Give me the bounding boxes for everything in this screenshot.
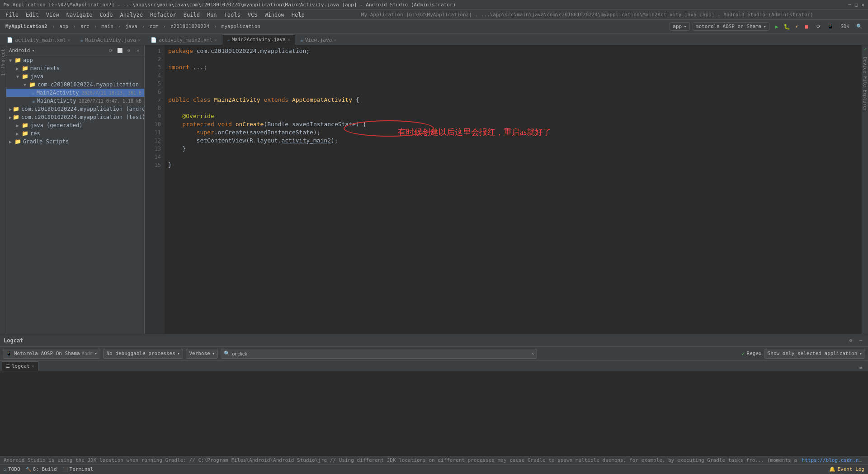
tree-item-androidtest[interactable]: ▶ 📁 com.c201801020224.myapplication (and…: [6, 105, 144, 113]
menu-view[interactable]: View: [42, 11, 63, 19]
tab-close-view[interactable]: ✕: [334, 38, 336, 43]
tab-close-mainactivity[interactable]: ✕: [138, 38, 141, 43]
menu-build[interactable]: Build: [180, 11, 203, 19]
tab-close-activity-main[interactable]: ✕: [68, 38, 71, 43]
code-content[interactable]: package com.c201801020224.myapplication;…: [165, 45, 862, 334]
expand-gradle-icon: ▶: [9, 139, 14, 144]
menu-window[interactable]: Window: [261, 11, 288, 19]
build-label: 6: Build: [33, 466, 57, 472]
gear-panel-btn[interactable]: ⚙: [125, 47, 132, 54]
logcat-content[interactable]: [0, 371, 868, 456]
tree-item-mainactivity[interactable]: ☕ MainActivity 2020/7/11 0:47, 1.18 kB: [6, 97, 144, 105]
logcat-settings-btn[interactable]: ⚙: [847, 337, 854, 344]
code-editor[interactable]: 1 2 3 4 5 6 7 8 9 10 11 12 13 14 15 pack…: [145, 45, 862, 334]
notifications-tool-btn[interactable]: ✓: [862, 45, 868, 53]
tab-activity-main-xml[interactable]: 📄 activity_main.xml ✕: [2, 35, 75, 45]
terminal-btn[interactable]: ⬛ Terminal: [62, 466, 94, 472]
menu-analyze[interactable]: Analyze: [116, 11, 146, 19]
java-main2activity-icon: ☕: [31, 90, 34, 96]
gradle-status-message: Android Studio is using the JDK location…: [4, 457, 864, 463]
list-icon: ☰: [6, 364, 10, 369]
menu-edit[interactable]: Edit: [22, 11, 42, 19]
logcat-show-selected-dropdown[interactable]: Show only selected application ▾: [764, 349, 865, 359]
close-panel-btn[interactable]: ✕: [134, 47, 142, 54]
project-tool-btn[interactable]: 1: Project: [0, 45, 6, 80]
avd-button[interactable]: 📱: [825, 23, 836, 30]
tree-item-test[interactable]: ▶ 📁 com.c201801020224.myapplication (tes…: [6, 113, 144, 121]
logcat-minimize-btn[interactable]: ─: [857, 337, 864, 344]
collapse-all-btn[interactable]: ⬜: [116, 47, 123, 54]
run-button[interactable]: ▶: [772, 22, 781, 31]
maximize-button[interactable]: □: [855, 2, 858, 8]
todo-btn[interactable]: ☑ TODO: [4, 466, 20, 472]
tab-close-activity-main2[interactable]: ✕: [214, 38, 217, 43]
menu-tools[interactable]: Tools: [221, 11, 244, 19]
tree-item-main2activity[interactable]: ☕ Main2Activity 2020/7/11 18:23, 361 B: [6, 89, 144, 97]
toolbar-sep-6: ›: [163, 24, 166, 29]
toolbar-app[interactable]: app: [57, 23, 71, 30]
menu-help[interactable]: Help: [288, 11, 308, 19]
debug-button[interactable]: 🐛: [782, 22, 791, 31]
tab-activity-main2-xml[interactable]: 📄 activity_main2.xml ✕: [146, 35, 222, 45]
logcat-search-input[interactable]: [232, 351, 531, 356]
project-name-label[interactable]: MyApplication2: [3, 23, 50, 30]
gradle-link[interactable]: https://blog.csdn.net/qq_46526828: [802, 457, 864, 463]
toolbar-sep-3: ›: [94, 24, 97, 29]
menu-run[interactable]: Run: [203, 11, 221, 19]
close-button[interactable]: ✕: [861, 2, 864, 8]
toolbar-pkg2[interactable]: myapplication: [219, 23, 263, 30]
expand-test-icon: ▶: [9, 115, 12, 120]
stop-button[interactable]: ■: [802, 22, 811, 31]
tree-item-java[interactable]: ▼ 📁 java: [6, 72, 144, 81]
minimize-button[interactable]: ─: [848, 2, 851, 8]
terminal-icon: ⬛: [62, 467, 68, 472]
logcat-wrap-btn[interactable]: ⇌: [857, 364, 864, 371]
tree-item-gradle[interactable]: ▶ 📁 Gradle Scripts: [6, 137, 144, 146]
search-everywhere-button[interactable]: 🔍: [854, 23, 865, 30]
window-controls[interactable]: ─ □ ✕: [848, 2, 864, 8]
logcat-level-dropdown[interactable]: Verbose ▾: [186, 349, 218, 359]
logcat-process-dropdown[interactable]: No debuggable processes ▾: [103, 349, 183, 359]
run-config-dropdown[interactable]: motorola AOSP on Shama ▾: [693, 22, 769, 31]
logcat-tab-logcat[interactable]: ☰ logcat ✕: [2, 361, 38, 371]
tree-item-java-generated[interactable]: ▶ 📁 java (generated): [6, 121, 144, 129]
logcat-device-dropdown[interactable]: 📱 Motorola AOSP On Shama Andr ▾: [3, 349, 100, 359]
tree-item-res[interactable]: ▶ 📁 res: [6, 129, 144, 137]
logcat-search-clear-icon[interactable]: ✕: [531, 351, 534, 356]
apply-changes-button[interactable]: ⚡: [792, 22, 801, 31]
todo-icon: ☑: [4, 467, 6, 472]
device-module-dropdown[interactable]: app ▾: [670, 22, 690, 31]
tab-mainactivity-java[interactable]: ☕ MainActivity.java ✕: [75, 35, 146, 45]
sync-button[interactable]: ⟳: [814, 23, 823, 30]
right-tool-strip: ✓ Device File Explorer: [862, 45, 868, 334]
menu-navigate[interactable]: Navigate: [63, 11, 96, 19]
toolbar-java[interactable]: java: [123, 23, 140, 30]
menu-file[interactable]: File: [2, 11, 22, 19]
tab-main2activity-java[interactable]: ☕ Main2Activity.java ✕: [222, 34, 295, 45]
toolbar-main[interactable]: main: [99, 23, 116, 30]
logcat-tab-actions: ⇌: [855, 364, 866, 371]
toolbar-com[interactable]: com: [147, 23, 161, 30]
folder-java-icon: 📁: [22, 73, 28, 80]
logcat-toolbar: 📱 Motorola AOSP On Shama Andr ▾ No debug…: [0, 347, 868, 360]
logcat-regex-checkbox[interactable]: ✓ Regex: [741, 351, 761, 357]
menu-refactor[interactable]: Refactor: [146, 11, 180, 19]
device-file-explorer-tool-btn[interactable]: Device File Explorer: [862, 53, 868, 115]
tab-close-main2activity[interactable]: ✕: [288, 37, 290, 42]
menu-vcs[interactable]: VCS: [244, 11, 261, 19]
folder-androidtest-icon: 📁: [13, 106, 19, 112]
event-log-btn[interactable]: 🔔 Event Log: [829, 466, 864, 472]
sdk-button[interactable]: SDK: [838, 23, 852, 30]
window-title: My Application [G:\02\MyApplication2] - …: [4, 2, 456, 8]
menu-code[interactable]: Code: [96, 11, 117, 19]
tab-view-java[interactable]: ☕ View.java ✕: [295, 35, 341, 45]
build-btn[interactable]: 🔨 6: Build: [26, 466, 57, 472]
tree-item-app[interactable]: ▼ 📁 app: [6, 56, 144, 64]
logcat-search-field[interactable]: 🔍 ✕: [221, 349, 537, 359]
tree-item-manifests[interactable]: ▶ 📁 manifests: [6, 64, 144, 72]
sync-panel-btn[interactable]: ⟳: [107, 47, 114, 54]
tree-item-pkg-main[interactable]: ▼ 📁 com.c201801020224.myapplication: [6, 81, 144, 89]
toolbar-pkg[interactable]: c201801020224: [168, 23, 212, 30]
logcat-tab-close-icon[interactable]: ✕: [32, 364, 34, 369]
toolbar-src[interactable]: src: [78, 23, 92, 30]
